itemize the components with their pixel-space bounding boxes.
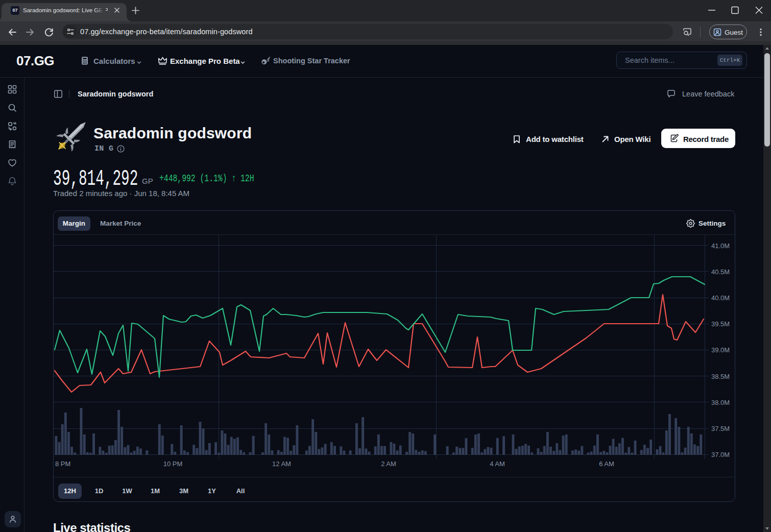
svg-text:40.0M: 40.0M (711, 294, 730, 302)
svg-text:10 PM: 10 PM (163, 460, 183, 468)
svg-text:40.5M: 40.5M (711, 268, 730, 276)
svg-text:39.5M: 39.5M (711, 320, 730, 328)
svg-text:2 AM: 2 AM (381, 460, 396, 468)
svg-text:38.5M: 38.5M (711, 373, 730, 380)
svg-text:38.0M: 38.0M (711, 399, 730, 406)
svg-text:6 AM: 6 AM (599, 460, 614, 468)
svg-text:39.0M: 39.0M (711, 346, 730, 354)
svg-text:37.0M: 37.0M (711, 451, 730, 458)
svg-text:4 AM: 4 AM (490, 460, 505, 468)
svg-text:37.5M: 37.5M (711, 425, 730, 432)
svg-text:8 PM: 8 PM (55, 460, 70, 468)
svg-text:41.0M: 41.0M (711, 242, 730, 250)
svg-text:12 AM: 12 AM (272, 460, 291, 468)
